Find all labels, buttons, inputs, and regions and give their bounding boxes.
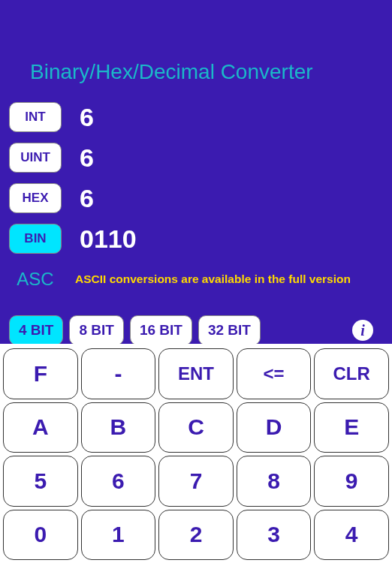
key-5[interactable]: 5 xyxy=(3,456,78,507)
bit-16-button[interactable]: 16 BIT xyxy=(130,315,192,345)
key-a[interactable]: A xyxy=(3,402,78,453)
key-6[interactable]: 6 xyxy=(81,456,156,507)
values-panel: INT 6 UINT 6 HEX 6 BIN 0110 ASC ASCII co… xyxy=(0,84,392,297)
row-uint: UINT 6 xyxy=(9,140,392,176)
row-asc: ASC ASCII conversions are available in t… xyxy=(9,261,392,297)
key-7[interactable]: 7 xyxy=(158,456,234,507)
key-4[interactable]: 4 xyxy=(314,510,389,561)
value-bin: 0110 xyxy=(62,224,137,254)
mode-hex-button[interactable]: HEX xyxy=(9,183,62,213)
key-8[interactable]: 8 xyxy=(237,456,312,507)
bit-width-row: 4 BIT 8 BIT 16 BIT 32 BIT i xyxy=(0,302,392,345)
row-hex: HEX 6 xyxy=(9,180,392,216)
key-2[interactable]: 2 xyxy=(158,510,234,561)
key-backspace[interactable]: <= xyxy=(237,348,312,399)
info-icon[interactable]: i xyxy=(352,320,373,341)
key-clear[interactable]: CLR xyxy=(314,348,389,399)
mode-asc-label: ASC xyxy=(9,269,62,290)
mode-bin-button[interactable]: BIN xyxy=(9,224,62,254)
key-d[interactable]: D xyxy=(237,402,312,453)
key-1[interactable]: 1 xyxy=(81,510,156,561)
key-c[interactable]: C xyxy=(158,402,234,453)
asc-note: ASCII conversions are available in the f… xyxy=(62,272,351,286)
key-9[interactable]: 9 xyxy=(314,456,389,507)
key-e[interactable]: E xyxy=(314,402,389,453)
key-b[interactable]: B xyxy=(81,402,156,453)
row-int: INT 6 xyxy=(9,99,392,135)
value-hex: 6 xyxy=(62,184,94,213)
key-f[interactable]: F xyxy=(3,348,78,399)
key-enter[interactable]: ENT xyxy=(158,348,234,399)
value-uint: 6 xyxy=(62,143,94,173)
bit-8-button[interactable]: 8 BIT xyxy=(69,315,123,345)
key-0[interactable]: 0 xyxy=(3,510,78,561)
value-int: 6 xyxy=(62,103,94,132)
mode-int-button[interactable]: INT xyxy=(9,102,62,132)
bit-4-button[interactable]: 4 BIT xyxy=(9,315,63,345)
row-bin: BIN 0110 xyxy=(9,221,392,257)
mode-uint-button[interactable]: UINT xyxy=(9,143,62,173)
key-3[interactable]: 3 xyxy=(237,510,312,561)
page-title: Binary/Hex/Decimal Converter xyxy=(0,0,392,84)
keypad: F - ENT <= CLR A B C D E 5 6 7 8 9 0 1 2… xyxy=(0,344,392,563)
key-minus[interactable]: - xyxy=(81,348,156,399)
bit-32-button[interactable]: 32 BIT xyxy=(198,315,261,345)
